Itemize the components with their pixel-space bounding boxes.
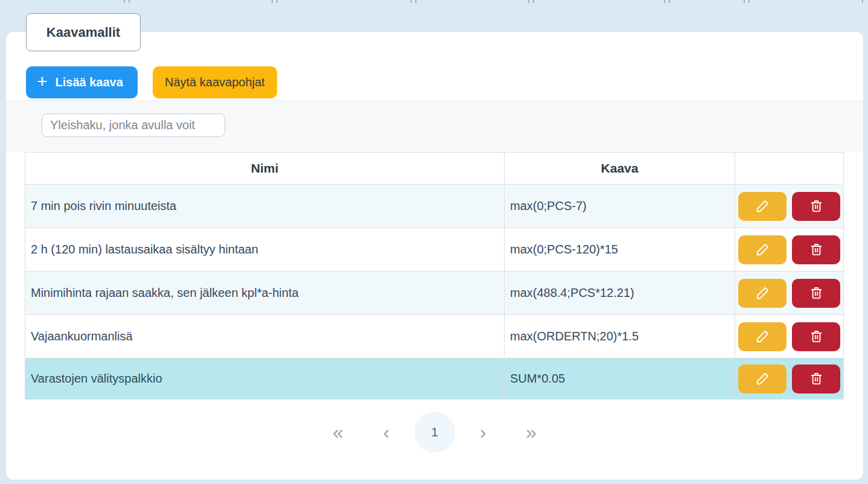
show-templates-button[interactable]: Näytä kaavapohjat [153,66,277,98]
column-header-formula: Kaava [505,153,735,185]
show-templates-label: Näytä kaavapohjat [165,75,265,89]
add-formula-button[interactable]: + Lisää kaava [26,66,138,98]
clipped-top-edge-mark [415,0,416,3]
delete-button[interactable] [792,365,840,393]
trash-icon [809,242,824,257]
content-card: + Lisää kaava Näytä kaavapohjat Nimi Kaa… [6,32,863,480]
edit-button[interactable] [738,192,787,221]
pencil-icon [755,285,771,301]
clipped-top-edge-mark [276,0,278,3]
clipped-top-edge-mark [748,0,750,3]
pencil-icon [755,241,771,258]
edit-button[interactable] [738,235,787,264]
row-name-cell: Varastojen välityspalkkio [25,358,505,400]
row-name-cell: Minimihinta rajaan saakka, sen jälkeen k… [25,272,505,315]
tab-label: Kaavamallit [46,25,120,40]
row-actions-cell [735,272,844,315]
pencil-icon [755,198,771,214]
edit-button[interactable] [738,279,787,308]
row-actions-cell [735,358,844,400]
edit-button[interactable] [738,322,787,351]
pencil-icon [755,371,771,387]
row-formula-cell: max(0;PCS-7) [505,185,735,228]
row-formula-cell: max(488.4;PCS*12.21) [505,272,735,315]
table-row[interactable]: 2 h (120 min) lastausaikaa sisältyy hint… [25,228,844,272]
clipped-top-edge-mark [272,0,273,3]
trash-icon [809,371,824,386]
delete-button[interactable] [792,235,840,264]
clipped-top-edge-mark [410,0,412,3]
clipped-top-edge-mark [124,0,125,3]
column-header-name: Nimi [25,153,505,185]
search-strip [6,100,863,151]
row-actions-cell [735,185,844,228]
add-formula-label: Lisää kaava [56,75,123,89]
row-name-cell: 7 min pois rivin minuuteista [25,185,505,228]
pagination: « ‹ 1 › » [6,410,863,454]
clipped-top-edge-mark [129,0,130,3]
plus-icon: + [37,72,48,91]
table-row[interactable]: Varastojen välityspalkkioSUM*0.05 [25,358,844,400]
row-formula-cell: max(0;PCS-120)*15 [505,228,735,272]
row-name-cell: Vajaankuormanlisä [25,315,505,358]
clipped-top-edge-mark [744,0,745,3]
row-actions-cell [735,228,844,272]
column-header-actions [735,153,844,185]
clipped-top-edge-mark [669,0,670,3]
edit-button[interactable] [738,365,787,393]
row-name-cell: 2 h (120 min) lastausaikaa sisältyy hint… [25,228,505,272]
clipped-top-edge-mark [533,0,534,3]
table-row[interactable]: Vajaankuormanlisämax(ORDERTN;20)*1.5 [25,315,844,358]
clipped-top-edge-mark [664,0,665,3]
table-header-row: Nimi Kaava [25,153,844,185]
pagination-prev-button[interactable]: ‹ [366,412,407,453]
row-formula-cell: max(ORDERTN;20)*1.5 [505,315,735,358]
pagination-last-button[interactable]: » [511,412,552,453]
row-formula-cell: SUM*0.05 [505,358,735,400]
trash-icon [809,199,824,214]
table-row[interactable]: Minimihinta rajaan saakka, sen jälkeen k… [25,272,844,315]
clipped-top-edge-mark [862,0,863,3]
trash-icon [809,329,824,344]
delete-button[interactable] [792,279,840,308]
pagination-first-button[interactable]: « [318,412,359,453]
pagination-next-button[interactable]: › [462,412,503,453]
trash-icon [809,285,824,301]
tab-kaavamallit[interactable]: Kaavamallit [26,13,141,51]
pagination-current-page[interactable]: 1 [414,412,455,453]
search-input[interactable] [42,113,225,137]
delete-button[interactable] [792,192,840,221]
delete-button[interactable] [792,322,840,351]
row-actions-cell [735,315,844,358]
table-row[interactable]: 7 min pois rivin minuuteistamax(0;PCS-7) [25,185,844,228]
clipped-top-edge-mark [528,0,529,3]
pencil-icon [755,328,771,345]
formula-table: Nimi Kaava 7 min pois rivin minuuteistam… [25,152,844,400]
